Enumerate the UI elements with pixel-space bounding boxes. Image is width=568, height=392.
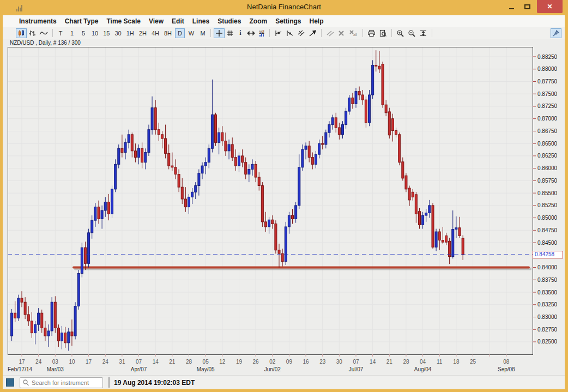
trendline-button[interactable] bbox=[273, 28, 284, 38]
svg-text:0.87250: 0.87250 bbox=[537, 103, 558, 109]
svg-text:0.86000: 0.86000 bbox=[537, 165, 558, 171]
candlestick-chart-icon bbox=[17, 29, 25, 37]
menu-item-time-scale[interactable]: Time Scale bbox=[106, 17, 140, 25]
horizontal-scroll-button[interactable] bbox=[245, 28, 257, 38]
menubar: InstrumentsChart TypeTime ScaleViewEditL… bbox=[3, 15, 565, 27]
toolbar-separator bbox=[432, 29, 432, 37]
interval-button-1[interactable]: 1 bbox=[67, 28, 77, 38]
chart-svg: 0.882500.880000.877500.875000.872500.870… bbox=[8, 47, 565, 374]
svg-text:31: 31 bbox=[119, 359, 125, 365]
svg-text:0.85250: 0.85250 bbox=[537, 202, 558, 208]
pin-tool-button[interactable] bbox=[551, 28, 561, 38]
bar-chart-icon bbox=[28, 29, 36, 37]
svg-text:0.83000: 0.83000 bbox=[537, 314, 558, 320]
interval-button-1h[interactable]: 1H bbox=[125, 28, 136, 38]
svg-text:all: all bbox=[353, 33, 357, 37]
ray-button[interactable] bbox=[307, 28, 318, 38]
info-button[interactable]: i bbox=[235, 28, 245, 38]
app-content: InstrumentsChart TypeTime ScaleViewEditL… bbox=[3, 15, 565, 389]
toolbar-separator bbox=[52, 29, 53, 37]
zoom-in-button[interactable] bbox=[395, 28, 406, 38]
print-preview-button[interactable] bbox=[377, 28, 389, 38]
svg-text:0.82500: 0.82500 bbox=[537, 339, 558, 345]
toolbar-separator bbox=[362, 29, 363, 37]
line-chart-button[interactable] bbox=[38, 28, 50, 38]
grid-button[interactable] bbox=[225, 28, 235, 38]
search-input[interactable] bbox=[32, 379, 97, 386]
menu-item-studies[interactable]: Studies bbox=[217, 17, 241, 25]
svg-text:24: 24 bbox=[35, 359, 42, 365]
svg-text:0.86750: 0.86750 bbox=[537, 128, 558, 134]
interval-button-5[interactable]: 5 bbox=[78, 28, 88, 38]
titlebar[interactable]: NetDania FinanceChart ✕ bbox=[0, 0, 568, 15]
volume-button[interactable]: vol bbox=[257, 28, 267, 38]
window-title: NetDania FinanceChart bbox=[0, 3, 568, 11]
menu-item-view[interactable]: View bbox=[149, 17, 164, 25]
menu-item-zoom[interactable]: Zoom bbox=[249, 17, 267, 25]
line-chart-icon bbox=[39, 29, 48, 37]
delete-line-icon bbox=[337, 29, 345, 37]
svg-text:30: 30 bbox=[336, 359, 343, 365]
parallel-channel-icon bbox=[297, 29, 305, 37]
interval-buttons: T151015301H2H4H8HDWM bbox=[56, 28, 208, 38]
zoom-in-icon bbox=[396, 29, 404, 37]
interval-button-8h[interactable]: 8H bbox=[162, 28, 173, 38]
fit-vertical-scale-icon bbox=[419, 29, 427, 37]
menu-item-chart-type[interactable]: Chart Type bbox=[65, 17, 99, 25]
svg-text:17: 17 bbox=[86, 359, 92, 365]
svg-text:0.83750: 0.83750 bbox=[537, 277, 558, 283]
svg-text:17: 17 bbox=[19, 359, 25, 365]
svg-text:0.85500: 0.85500 bbox=[537, 190, 558, 196]
minimize-button[interactable] bbox=[504, 0, 518, 13]
interval-button-2h[interactable]: 2H bbox=[137, 28, 148, 38]
interval-button-d[interactable]: D bbox=[175, 28, 185, 38]
interval-button-15[interactable]: 15 bbox=[101, 28, 111, 38]
interval-button-w[interactable]: W bbox=[186, 28, 196, 38]
candlestick-chart-button[interactable] bbox=[16, 28, 27, 38]
fit-vertical-scale-button[interactable] bbox=[418, 28, 429, 38]
connection-status-icon bbox=[6, 378, 14, 387]
svg-text:24: 24 bbox=[102, 359, 109, 365]
parallel-channel-button[interactable] bbox=[295, 28, 307, 38]
volume-icon: vol bbox=[259, 30, 264, 37]
svg-text:21: 21 bbox=[169, 359, 176, 365]
app-window: NetDania FinanceChart ✕ InstrumentsChart… bbox=[0, 0, 568, 392]
svg-text:0.88000: 0.88000 bbox=[537, 66, 558, 72]
svg-text:03: 03 bbox=[52, 359, 59, 365]
svg-text:0.84000: 0.84000 bbox=[537, 264, 558, 270]
interval-button-30[interactable]: 30 bbox=[113, 28, 123, 38]
menu-item-edit[interactable]: Edit bbox=[172, 17, 184, 25]
interval-button-m[interactable]: M bbox=[198, 28, 208, 38]
trendline-angle-icon bbox=[286, 29, 294, 37]
instrument-search-box[interactable] bbox=[20, 377, 103, 388]
menu-item-settings[interactable]: Settings bbox=[275, 17, 301, 25]
svg-text:07: 07 bbox=[353, 359, 359, 365]
interval-button-4h[interactable]: 4H bbox=[150, 28, 161, 38]
print-button[interactable] bbox=[366, 28, 377, 38]
interval-button-t[interactable]: T bbox=[56, 28, 65, 38]
menu-item-lines[interactable]: Lines bbox=[192, 17, 209, 25]
svg-text:0.88250: 0.88250 bbox=[537, 54, 558, 60]
chart-area[interactable]: 0.882500.880000.877500.875000.872500.870… bbox=[8, 47, 565, 374]
svg-text:0.84500: 0.84500 bbox=[537, 240, 558, 246]
crosshair-button[interactable] bbox=[214, 28, 225, 38]
svg-text:12: 12 bbox=[219, 359, 226, 365]
crosshair-icon bbox=[215, 29, 223, 37]
maximize-button[interactable] bbox=[519, 0, 535, 13]
zoom-out-button[interactable] bbox=[406, 28, 418, 38]
svg-text:21: 21 bbox=[386, 359, 393, 365]
trendline-angle-button[interactable] bbox=[284, 28, 295, 38]
svg-text:0.84750: 0.84750 bbox=[537, 227, 558, 233]
print-preview-icon bbox=[379, 29, 387, 37]
close-button[interactable]: ✕ bbox=[537, 0, 563, 13]
menu-item-help[interactable]: Help bbox=[309, 17, 323, 25]
close-icon: ✕ bbox=[547, 3, 552, 10]
menu-item-instruments[interactable]: Instruments bbox=[19, 17, 57, 25]
svg-text:10: 10 bbox=[69, 359, 75, 365]
svg-text:Apr/07: Apr/07 bbox=[131, 366, 147, 372]
delete-line-button[interactable] bbox=[336, 28, 347, 38]
parallel-lines-button[interactable] bbox=[324, 28, 336, 38]
interval-button-10[interactable]: 10 bbox=[90, 28, 100, 38]
delete-all-lines-button[interactable]: all bbox=[347, 28, 360, 38]
bar-chart-button[interactable] bbox=[27, 28, 38, 38]
